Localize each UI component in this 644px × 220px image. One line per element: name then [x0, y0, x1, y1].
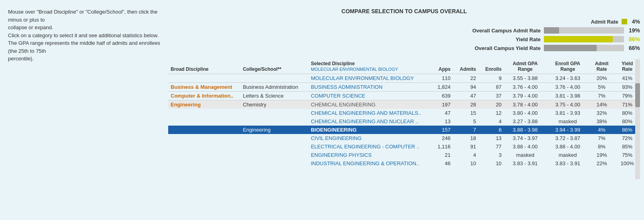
enroll-gpa-range-cell: 3.72 - 3.87 [546, 134, 589, 142]
admit-rate-cell: 14% [589, 100, 615, 109]
compare-section: COMPARE SELECTION TO CAMPUS OVERALL Admi… [168, 8, 640, 51]
admit-rate-row: Admit Rate 4% [168, 18, 640, 25]
admit-gpa-range-cell: 3.74 - 3.97 [504, 134, 546, 142]
selected-discipline-cell[interactable]: CHEMICAL ENGINEERING AND MATERIALS.. [308, 109, 427, 117]
admit-gpa-range-cell: 3.83 - 3.91 [504, 159, 546, 168]
admits-cell: 10 [453, 159, 479, 168]
admit-gpa-range-cell: 3.27 - 3.88 [504, 117, 546, 126]
overall-admit-bar-wrapper [544, 27, 624, 34]
col-enroll-gpa: Enroll GPARange [546, 59, 589, 74]
selected-discipline-cell[interactable]: INDUSTRIAL ENGINEERING & OPERATION.. [308, 159, 427, 168]
college-school-cell [240, 151, 308, 159]
col-admit-gpa: Admit GPARange [504, 59, 546, 74]
admit-rate-bar-container: 4% [622, 18, 640, 25]
selected-discipline-cell[interactable]: ENGINEERING PHYSICS [308, 151, 427, 159]
broad-discipline-cell[interactable]: Business & Management [168, 83, 240, 92]
selected-discipline-cell[interactable]: CHEMICAL ENGINEERING AND NUCLEAR .. [308, 117, 427, 126]
admits-cell: 7 [453, 126, 479, 134]
selected-discipline-cell[interactable]: ELECTRICAL ENGINEERING - COMPUTER .. [308, 142, 427, 151]
apps-cell: 47 [427, 109, 453, 117]
apps-cell: 197 [427, 100, 453, 109]
college-school-cell: Business Administration [240, 83, 308, 92]
overall-yield-bar-container: 66% [544, 45, 640, 51]
overall-yield-bar-fill [544, 45, 597, 51]
scrollbar-thumb[interactable] [635, 83, 640, 107]
col-admit-rate: AdmitRate [589, 59, 615, 74]
apps-cell: 639 [427, 92, 453, 100]
admit-rate-cell: 19% [589, 151, 615, 159]
admit-rate-label: Admit Rate [591, 19, 618, 25]
selected-discipline-cell[interactable]: CHEMICAL ENGINEERING [308, 100, 427, 109]
selected-discipline-cell[interactable]: BIOENGINEERING [308, 126, 427, 134]
col-college-school: College/School** [240, 59, 308, 74]
admits-cell: 47 [453, 92, 479, 100]
enroll-gpa-range-cell: masked [546, 117, 589, 126]
admits-cell: 94 [453, 83, 479, 92]
table-row[interactable]: EngineeringBIOENGINEERING157763.88 - 3.9… [168, 126, 640, 134]
admit-rate-cell: 22% [589, 159, 615, 168]
enrolls-cell: 13 [479, 134, 504, 142]
admit-rate-cell: 5% [589, 83, 615, 92]
apps-cell: 46 [427, 159, 453, 168]
enroll-gpa-range-cell: 3.88 - 4.00 [546, 142, 589, 151]
enrolls-cell: 87 [479, 83, 504, 92]
selected-discipline-cell[interactable]: MOLECULAR ENVIRONMENTAL BIOLOGY [308, 74, 427, 83]
admit-gpa-range-cell: 3.79 - 4.00 [504, 92, 546, 100]
apps-cell: 1,116 [427, 142, 453, 151]
college-school-cell: Chemistry [240, 100, 308, 109]
admit-rate-cell: 7% [589, 92, 615, 100]
broad-discipline-cell[interactable]: Computer & Information.. [168, 92, 240, 100]
overall-yield-label: Overall Campus Yield Rate [475, 45, 541, 51]
col-admits: Admits [453, 59, 479, 74]
right-panel: COMPARE SELECTION TO CAMPUS OVERALL Admi… [168, 8, 640, 168]
college-school-cell [240, 134, 308, 142]
table-row[interactable]: Business & ManagementBusiness Administra… [168, 83, 640, 92]
enrolls-cell: 77 [479, 142, 504, 151]
apps-cell: 246 [427, 134, 453, 142]
enroll-gpa-range-cell: 3.94 - 3.99 [546, 126, 589, 134]
overall-yield-row: Overall Campus Yield Rate 66% [168, 45, 640, 51]
selected-discipline-cell[interactable]: BUSINESS ADMINISTRATION [308, 83, 427, 92]
enrolls-cell: 3 [479, 151, 504, 159]
yield-rate-bar-fill [544, 36, 613, 42]
broad-discipline-cell [168, 151, 240, 159]
table-row[interactable]: ENGINEERING PHYSICS2143maskedmasked19%75… [168, 151, 640, 159]
instruction-text: Mouse over "Broad Discipline" or "Colleg… [8, 8, 160, 63]
table-row[interactable]: CIVIL ENGINEERING24618133.74 - 3.973.72 … [168, 134, 640, 142]
enroll-gpa-range-cell: 3.83 - 3.91 [546, 159, 589, 168]
table-row[interactable]: ELECTRICAL ENGINEERING - COMPUTER ..1,11… [168, 142, 640, 151]
overall-admit-row: Overall Campus Admit Rate 19% [168, 27, 640, 34]
col-selected-discipline: Selected Discipline MOLECULAR ENVIRONMEN… [308, 59, 427, 74]
table-row[interactable]: MOLECULAR ENVIRONMENTAL BIOLOGY1102293.5… [168, 74, 640, 83]
enrolls-cell: 6 [479, 126, 504, 134]
col-broad-discipline: Broad Discipline [168, 59, 240, 74]
apps-cell: 21 [427, 151, 453, 159]
broad-discipline-cell[interactable]: Engineering [168, 100, 240, 109]
table-row[interactable]: CHEMICAL ENGINEERING AND NUCLEAR ..13543… [168, 117, 640, 126]
yield-rate-bar-wrapper [544, 36, 624, 42]
table-row[interactable]: Computer & Information..Letters & Scienc… [168, 92, 640, 100]
compare-title: COMPARE SELECTION TO CAMPUS OVERALL [168, 8, 640, 14]
table-row[interactable]: EngineeringChemistryCHEMICAL ENGINEERING… [168, 100, 640, 109]
enroll-gpa-range-cell: 3.75 - 4.00 [546, 100, 589, 109]
broad-discipline-cell [168, 159, 240, 168]
table-row[interactable]: INDUSTRIAL ENGINEERING & OPERATION..4610… [168, 159, 640, 168]
admit-rate-cell: 38% [589, 117, 615, 126]
broad-discipline-cell [168, 109, 240, 117]
enroll-gpa-range-cell: 3.76 - 4.00 [546, 83, 589, 92]
selected-discipline-cell[interactable]: COMPUTER SCIENCE [308, 92, 427, 100]
table-row[interactable]: CHEMICAL ENGINEERING AND MATERIALS..4715… [168, 109, 640, 117]
apps-cell: 1,824 [427, 83, 453, 92]
admit-gpa-range-cell: 3.76 - 4.00 [504, 83, 546, 92]
admit-rate-cell: 7% [589, 134, 615, 142]
overall-yield-value: 66% [629, 45, 640, 51]
instructions-panel: Mouse over "Broad Discipline" or "Colleg… [8, 8, 160, 168]
scrollbar[interactable] [635, 59, 640, 179]
enrolls-cell: 4 [479, 117, 504, 126]
enroll-gpa-range-cell: 3.24 - 3.63 [546, 74, 589, 83]
college-school-cell: Letters & Science [240, 92, 308, 100]
selected-discipline-cell[interactable]: CIVIL ENGINEERING [308, 134, 427, 142]
data-table: Broad Discipline College/School** Select… [168, 59, 640, 168]
yield-rate-value: 86% [629, 36, 640, 42]
overall-admit-value: 19% [629, 27, 640, 34]
